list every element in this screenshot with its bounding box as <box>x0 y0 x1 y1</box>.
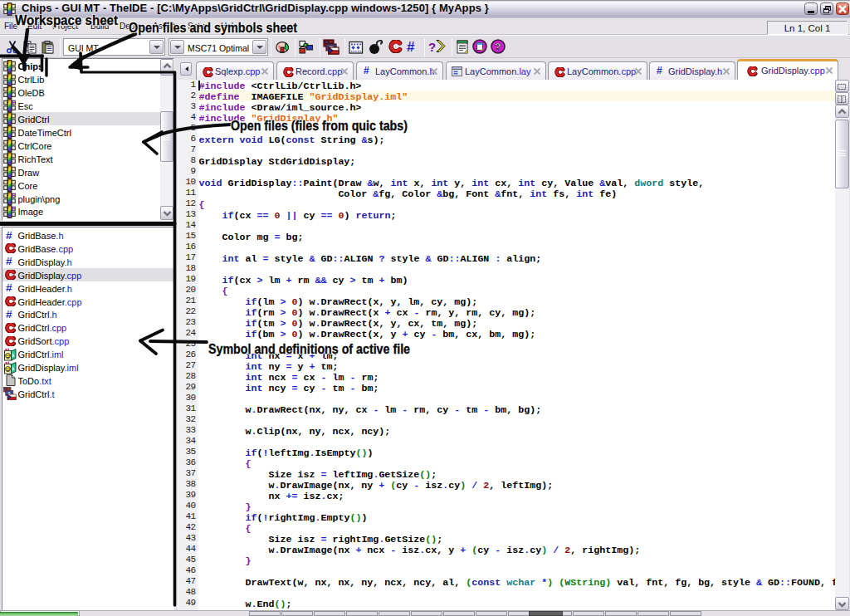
svg-text:F: F <box>12 192 16 199</box>
svg-text:?: ? <box>495 41 501 53</box>
svg-text:F: F <box>12 205 16 213</box>
svg-text:F: F <box>12 99 16 106</box>
